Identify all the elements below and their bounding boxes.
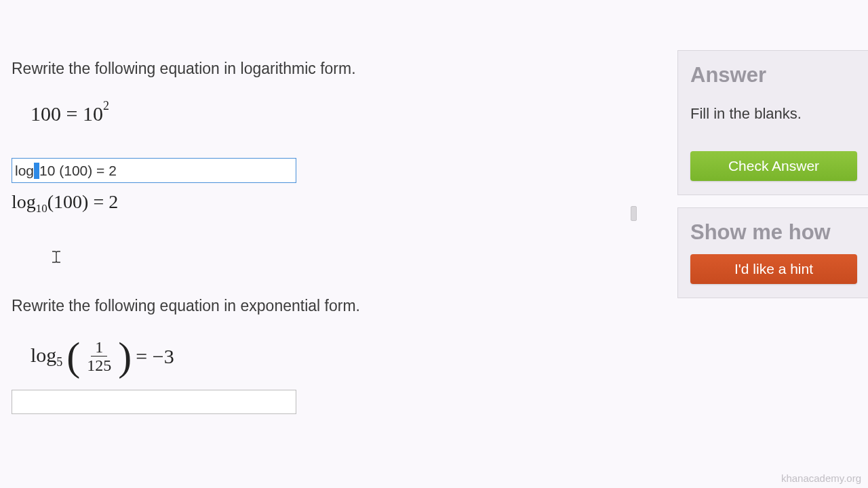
main-content: Rewrite the following equation in logari… [12, 60, 656, 414]
preview-log: log [12, 191, 36, 212]
right-paren-icon: ) [118, 340, 132, 373]
eq1-base: 10 [83, 102, 103, 125]
answer-panel-text: Fill in the blanks. [690, 105, 857, 123]
text-selection-highlight [34, 163, 39, 179]
question2-prompt: Rewrite the following equation in expone… [12, 297, 656, 315]
question1-equation: 100 = 102 [31, 100, 656, 124]
question2-equation: log5 ( 1 125 ) = −3 [31, 338, 656, 375]
eq2-rhs: = −3 [136, 345, 174, 368]
preview-rhs: = 2 [93, 191, 118, 212]
left-paren-icon: ( [66, 340, 80, 373]
watermark: khanacademy.org [781, 472, 861, 484]
check-answer-button[interactable]: Check Answer [690, 151, 857, 181]
scrollbar-thumb[interactable] [631, 206, 637, 221]
answer-preview-1: log10(100) = 2 [12, 191, 656, 216]
answer-panel: Answer Fill in the blanks. Check Answer [677, 50, 868, 195]
answer-panel-title: Answer [690, 63, 857, 87]
eq2-log: log5 [31, 344, 62, 369]
text-cursor-icon [51, 250, 62, 264]
hint-button[interactable]: I'd like a hint [690, 254, 857, 284]
preview-base: 10 [36, 202, 47, 215]
hint-panel: Show me how I'd like a hint [677, 207, 868, 298]
answer-input-2[interactable] [12, 390, 296, 414]
eq2-fraction: 1 125 [85, 338, 113, 375]
input-pre-text: log [15, 163, 34, 179]
eq1-exponent: 2 [103, 99, 109, 113]
question1-prompt: Rewrite the following equation in logari… [12, 60, 656, 78]
eq1-lhs: 100 [31, 102, 61, 125]
fraction-denominator: 125 [85, 357, 113, 374]
answer-input-1[interactable]: log10 (100) = 2 [12, 158, 296, 183]
hint-panel-title: Show me how [690, 220, 857, 245]
eq1-equals: = [66, 102, 83, 125]
input-post-text: 10 (100) = 2 [39, 163, 117, 179]
preview-arg: (100) [47, 191, 89, 212]
fraction-numerator: 1 [91, 338, 107, 357]
sidebar: Answer Fill in the blanks. Check Answer … [677, 50, 868, 310]
